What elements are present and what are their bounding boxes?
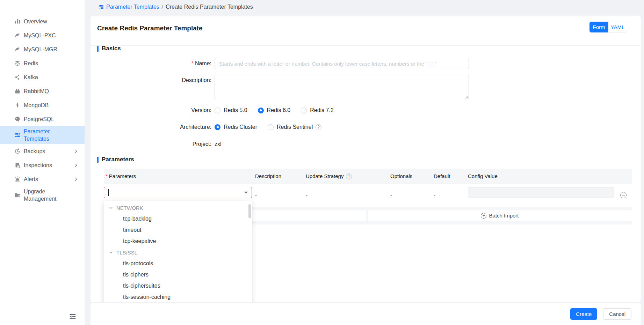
radio-redis-sentinel[interactable]: Redis Sentinel <box>268 121 313 133</box>
app-window: Overview MySQL-PXC MySQL-MGR Redis Kafka <box>0 0 644 325</box>
section-title-basics: Basics <box>97 45 121 52</box>
sidebar-item-label: Redis <box>24 60 38 67</box>
network-icon <box>14 74 21 81</box>
sidebar-item-mongodb[interactable]: MongoDB <box>0 98 85 112</box>
architecture-label: Architecture: <box>97 121 215 133</box>
radio-redis-5-0[interactable]: Redis 5.0 <box>215 105 247 116</box>
text-cursor <box>108 189 109 196</box>
sidebar-item-rabbitmq[interactable]: RabbitMQ <box>0 84 85 98</box>
cell-description: - <box>255 184 257 207</box>
radio-circle <box>301 108 307 113</box>
name-input[interactable] <box>215 58 469 69</box>
sidebar-item-mysql-mgr[interactable]: MySQL-MGR <box>0 42 85 56</box>
inspection-icon <box>14 162 21 169</box>
help-icon <box>316 124 321 130</box>
parameter-template-icon <box>14 132 21 139</box>
radio-label: Redis Cluster <box>224 121 257 133</box>
sidebar-item-label: Upgrade Management <box>24 188 68 202</box>
chevron-right-icon <box>74 149 78 154</box>
radio-redis-6-0[interactable]: Redis 6.0 <box>258 105 291 116</box>
form-row-architecture: Architecture: Redis Cluster Redis Sentin… <box>97 121 321 133</box>
section-title-parameters: Parameters <box>97 156 134 163</box>
layers-icon <box>14 60 21 67</box>
radio-redis-cluster[interactable]: Redis Cluster <box>215 121 257 133</box>
sidebar-item-label: Backups <box>24 148 45 155</box>
breadcrumb-current: Create Redis Parameter Templates <box>166 4 253 10</box>
chevron-down-icon <box>109 206 113 210</box>
toggle-form-button[interactable]: Form <box>589 22 608 32</box>
sidebar-item-redis[interactable]: Redis <box>0 56 85 70</box>
sidebar-item-alerts[interactable]: Alerts <box>0 172 85 186</box>
cell-default: - <box>434 184 435 207</box>
dropdown-option-tls-ciphers[interactable]: tls-ciphers <box>104 269 252 280</box>
sidebar-item-kafka[interactable]: Kafka <box>0 70 85 84</box>
collapse-sidebar-icon[interactable] <box>68 312 78 322</box>
backup-icon <box>14 148 21 155</box>
form-row-description: Description: <box>97 75 469 99</box>
radio-redis-7-2[interactable]: Redis 7.2 <box>301 105 334 116</box>
name-label: *Name: <box>97 58 215 69</box>
sidebar-item-overview[interactable]: Overview <box>0 14 85 28</box>
form-row-version: Version: Redis 5.0 Redis 6.0 Redis 7.2 <box>97 105 344 116</box>
cell-update-strategy: - <box>306 184 307 207</box>
parameter-select[interactable] <box>104 187 252 198</box>
cancel-button[interactable]: Cancel <box>603 308 631 320</box>
sidebar-item-label: Parameter Templates <box>24 128 68 142</box>
description-label: Description: <box>97 75 215 86</box>
sidebar-item-mysql-pxc[interactable]: MySQL-PXC <box>0 28 85 42</box>
sidebar-nav: Overview MySQL-PXC MySQL-MGR Redis Kafka <box>0 0 85 204</box>
sidebar-item-label: PostgreSQL <box>24 116 54 123</box>
dropdown-option-tls-ciphersuites[interactable]: tls-ciphersuites <box>104 280 252 291</box>
column-header-update-strategy: Update Strategy <box>306 169 352 184</box>
sidebar-item-inspections[interactable]: Inspections <box>0 158 85 172</box>
help-icon <box>346 173 352 179</box>
dolphin-icon <box>14 46 21 53</box>
breadcrumb-root-label: Parameter Templates <box>106 4 159 10</box>
batch-import-button[interactable]: Batch Import <box>368 210 632 221</box>
upgrade-icon <box>14 192 21 199</box>
dropdown-group-label: NETWORK <box>116 205 143 211</box>
sidebar-item-label: Overview <box>24 18 47 25</box>
sidebar-item-backups[interactable]: Backups <box>0 144 85 158</box>
breadcrumb-root-link[interactable]: Parameter Templates <box>99 4 159 10</box>
radio-label: Redis 5.0 <box>224 105 247 116</box>
sidebar-item-label: Inspections <box>24 162 52 169</box>
column-header-config-value: Config Value <box>468 169 498 184</box>
dropdown-group-tls-ssl[interactable]: TLS/SSL <box>104 247 252 258</box>
dropdown-option-tcp-backlog[interactable]: tcp-backlog <box>104 213 252 224</box>
radio-circle-selected <box>258 108 264 113</box>
sidebar-item-postgresql[interactable]: PostgreSQL <box>0 112 85 126</box>
dropdown-scrollbar[interactable] <box>248 204 251 218</box>
dropdown-option-timeout[interactable]: timeout <box>104 224 252 236</box>
config-value-input <box>468 187 614 198</box>
form-row-project: Project: zxl <box>97 139 222 150</box>
dropdown-group-network[interactable]: NETWORK <box>104 202 252 213</box>
parameter-dropdown: NETWORK tcp-backlog timeout tcp-keepaliv… <box>104 201 252 302</box>
sidebar-item-upgrade-management[interactable]: Upgrade Management <box>0 186 85 204</box>
toggle-yaml-button[interactable]: YAML <box>608 22 627 32</box>
project-label: Project: <box>97 139 215 150</box>
content-card: Create Redis Parameter Template Form YAM… <box>91 16 641 302</box>
elephant-icon <box>14 116 21 123</box>
breadcrumb: Parameter Templates / Create Redis Param… <box>99 4 253 10</box>
radio-label: Redis Sentinel <box>277 121 313 133</box>
sidebar: Overview MySQL-PXC MySQL-MGR Redis Kafka <box>0 0 85 325</box>
radio-label: Redis 7.2 <box>310 105 334 116</box>
alarm-icon <box>14 176 21 183</box>
create-button[interactable]: Create <box>570 308 597 320</box>
radio-label: Redis 6.0 <box>267 105 291 116</box>
remove-row-icon[interactable] <box>620 192 627 198</box>
sidebar-item-parameter-templates[interactable]: Parameter Templates <box>0 126 85 144</box>
plus-circle-icon <box>481 213 486 219</box>
description-textarea[interactable] <box>215 75 469 99</box>
chevron-down-icon <box>109 250 113 255</box>
dropdown-option-tcp-keepalive[interactable]: tcp-keepalive <box>104 236 252 247</box>
batch-import-label: Batch Import <box>489 213 519 219</box>
dropdown-option-tls-session-caching[interactable]: tls-session-caching <box>104 291 252 302</box>
radio-circle <box>268 124 274 130</box>
radio-circle-selected <box>215 124 220 130</box>
caret-down-icon <box>244 192 248 194</box>
view-toggle: Form YAML <box>589 22 627 32</box>
dropdown-option-tls-protocols[interactable]: tls-protocols <box>104 258 252 269</box>
column-header-description: Description <box>255 169 281 184</box>
